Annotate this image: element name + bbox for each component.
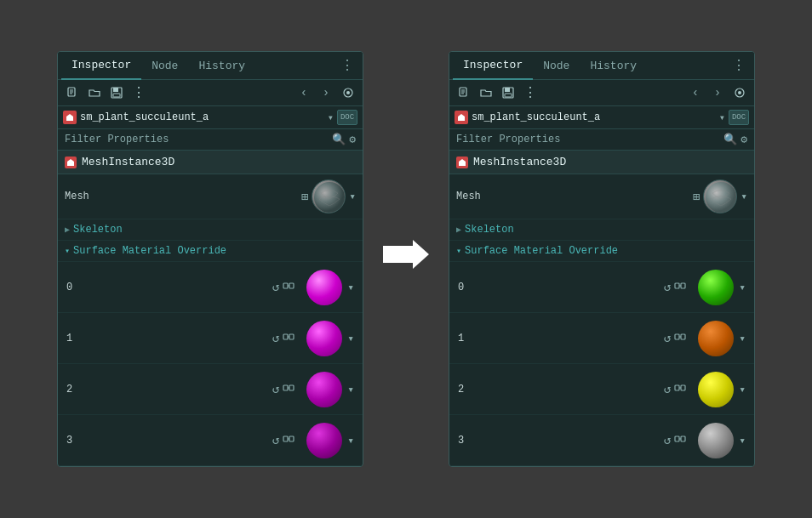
left-skeleton-row: ▶ Skeleton [58,219,363,241]
right-mat-sphere-1[interactable] [698,321,734,356]
left-mat-row-0: 0 ↺ ▾ [58,262,363,313]
svg-point-32 [706,182,736,213]
left-asset-name: sm_plant_succuleunt_a [80,111,324,123]
right-search-icon[interactable]: 🔍 [723,133,737,146]
left-mat-link-3[interactable] [283,433,294,448]
svg-rect-37 [681,334,685,339]
right-mat-dropdown-3[interactable]: ▾ [739,434,746,447]
left-mat-dropdown-3[interactable]: ▾ [347,434,354,447]
left-mat-index-3: 3 [66,435,83,447]
right-mesh-dropdown[interactable]: ▾ [741,190,747,203]
right-mesh-controls: ⊞ ▾ [693,179,747,213]
left-more-icon[interactable]: ⋮ [129,83,148,102]
svg-rect-5 [113,88,118,92]
right-mat-reset-0[interactable]: ↺ [664,280,671,294]
left-mat-reset-0[interactable]: ↺ [272,280,279,294]
right-filter-icon[interactable]: ⚙ [741,133,747,146]
left-mat-link-0[interactable] [283,280,294,295]
left-mat-sphere-3[interactable] [306,423,342,458]
right-more-icon[interactable]: ⋮ [521,83,540,102]
left-tab-inspector[interactable]: Inspector [61,52,141,80]
svg-rect-33 [675,283,679,288]
left-save-icon[interactable] [107,83,126,102]
right-mat-reset-3[interactable]: ↺ [664,433,671,447]
left-mat-controls-2: ↺ [272,382,294,397]
left-pin-icon[interactable] [339,83,357,102]
left-mat-reset-1[interactable]: ↺ [272,331,279,345]
right-mat-controls-2: ↺ [664,382,686,397]
left-mat-link-1[interactable] [283,331,294,346]
right-asset-dropdown[interactable]: ▾ [719,111,725,124]
right-prev-arrow[interactable]: ‹ [686,83,705,102]
left-section-title: MeshInstance3D [82,156,174,168]
left-skeleton-collapse[interactable]: ▶ [65,225,70,235]
left-mat-sphere-0[interactable] [306,270,342,305]
left-filter-icon[interactable]: ⚙ [349,133,356,146]
left-next-arrow[interactable]: › [317,83,335,102]
left-mesh-grid-icon[interactable]: ⊞ [301,190,308,204]
right-new-icon[interactable] [455,83,473,102]
left-asset-icon [63,111,77,124]
svg-rect-28 [505,88,510,92]
left-tab-node[interactable]: Node [141,53,188,79]
left-asset-dropdown[interactable]: ▾ [328,111,334,124]
right-next-arrow[interactable]: › [708,83,727,102]
right-toolbar: ⋮ ‹ › [449,80,754,106]
left-mat-reset-3[interactable]: ↺ [272,433,279,447]
right-doc-btn[interactable]: DOC [729,110,749,125]
left-mat-dropdown-0[interactable]: ▾ [347,281,354,294]
left-tabs-menu[interactable]: ⋮ [335,54,359,77]
right-mesh-grid-icon[interactable]: ⊞ [693,190,700,204]
right-mat-index-2: 2 [458,384,475,396]
svg-rect-40 [681,385,685,390]
right-mat-index-0: 0 [458,282,475,293]
right-mat-sphere-3[interactable] [698,423,734,458]
right-mat-link-2[interactable] [674,382,686,397]
right-mat-reset-2[interactable]: ↺ [664,382,671,396]
left-surface-collapse[interactable]: ▾ [65,246,70,256]
right-mat-sphere-0[interactable] [698,270,734,305]
right-filter-row: Filter Properties 🔍 ⚙ [449,129,754,151]
right-mat-dropdown-1[interactable]: ▾ [739,332,746,345]
right-mat-reset-1[interactable]: ↺ [664,331,671,345]
right-panel: Inspector Node History ⋮ [449,51,755,467]
right-tabs-menu[interactable]: ⋮ [727,54,751,77]
left-new-icon[interactable] [63,83,82,102]
svg-rect-17 [289,385,294,390]
left-mesh-preview[interactable] [312,179,346,213]
left-mesh-dropdown[interactable]: ▾ [349,190,356,203]
right-mat-dropdown-0[interactable]: ▾ [739,281,746,294]
right-tab-history[interactable]: History [580,53,647,79]
right-surface-collapse[interactable]: ▾ [456,246,461,256]
svg-rect-16 [283,385,288,390]
left-mat-reset-2[interactable]: ↺ [272,382,279,396]
right-mat-link-1[interactable] [674,331,686,346]
svg-rect-14 [289,334,294,339]
left-mat-sphere-1[interactable] [306,321,342,356]
right-mat-controls-3: ↺ [664,433,686,448]
left-doc-btn[interactable]: DOC [337,110,357,125]
right-tab-node[interactable]: Node [533,53,580,79]
left-tab-history[interactable]: History [188,53,255,79]
right-open-icon[interactable] [477,83,495,102]
right-pin-icon[interactable] [730,83,749,102]
left-tabs: Inspector Node History ⋮ [58,52,363,80]
right-mat-sphere-2[interactable] [698,372,734,407]
left-surface-label: Surface Material Override [73,245,226,257]
right-tab-inspector[interactable]: Inspector [453,52,533,80]
left-mat-link-2[interactable] [283,382,294,397]
right-skeleton-collapse[interactable]: ▶ [456,225,461,235]
left-mat-dropdown-1[interactable]: ▾ [347,332,354,345]
right-mesh-preview[interactable] [703,179,737,213]
right-save-icon[interactable] [499,83,518,102]
left-prev-arrow[interactable]: ‹ [294,83,313,102]
right-mat-link-3[interactable] [674,433,686,448]
svg-point-31 [738,91,741,94]
left-mat-sphere-2[interactable] [306,372,342,407]
right-mat-link-0[interactable] [674,280,686,295]
left-open-icon[interactable] [85,83,104,102]
right-mat-dropdown-2[interactable]: ▾ [739,383,746,396]
svg-rect-11 [289,283,294,288]
left-search-icon[interactable]: 🔍 [332,133,346,146]
left-mat-dropdown-2[interactable]: ▾ [347,383,354,396]
